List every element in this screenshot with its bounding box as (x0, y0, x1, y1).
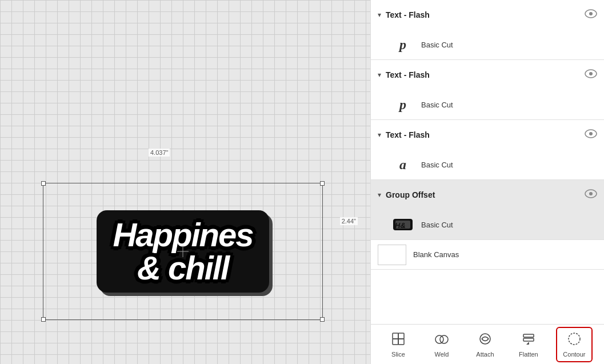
svg-point-7 (589, 132, 593, 135)
canvas-area: 4.037" 2.44" Happines& chill (0, 0, 370, 364)
layer-title-2: Text - Flash (386, 70, 585, 79)
child-label-1: Basic Cut (421, 41, 453, 49)
eye-icon-3[interactable] (585, 129, 597, 141)
child-label-4: Basic Cut (421, 221, 453, 229)
eye-icon-2[interactable] (585, 69, 597, 81)
child-label-3: Basic Cut (421, 161, 453, 169)
svg-rect-20 (523, 334, 534, 337)
layer-child-3[interactable]: a Basic Cut (371, 150, 604, 179)
layer-title-1: Text - Flash (386, 10, 585, 19)
weld-label: Weld (435, 351, 449, 358)
eye-icon-4[interactable] (585, 189, 597, 201)
svg-point-5 (589, 72, 593, 75)
blank-canvas-label: Blank Canvas (413, 250, 459, 259)
svg-point-18 (440, 335, 448, 343)
svg-point-3 (589, 12, 593, 15)
attach-icon (478, 331, 493, 350)
layer-child-1[interactable]: p Basic Cut (371, 30, 604, 59)
artwork-text: Happines& chill (113, 218, 253, 285)
height-dimension: 2.44" (340, 217, 358, 225)
contour-button[interactable]: Contour (556, 327, 592, 362)
layer-title-3: Text - Flash (386, 130, 585, 139)
attach-button[interactable]: Attach (469, 328, 501, 361)
contour-icon (567, 331, 582, 350)
eye-icon-1[interactable] (585, 9, 597, 21)
layer-title-4: Group Offset (386, 190, 585, 199)
bottom-toolbar: Slice Weld Attach (371, 324, 604, 364)
svg-point-19 (480, 334, 490, 344)
chevron-icon-1: ▾ (378, 11, 381, 19)
svg-point-23 (569, 333, 580, 345)
svg-rect-21 (523, 338, 534, 341)
svg-text:H&: H& (395, 221, 406, 230)
thumb-3: a (391, 154, 414, 175)
thumb-4: H& (391, 214, 414, 235)
svg-rect-13 (393, 333, 398, 339)
layer-header-3[interactable]: ▾ Text - Flash (371, 120, 604, 150)
svg-point-17 (435, 335, 443, 343)
contour-label: Contour (563, 351, 585, 358)
flatten-label: Flatten (519, 351, 538, 358)
chevron-icon-4: ▾ (378, 191, 381, 199)
layers-list: ▾ Text - Flash p Basic Cut ▾ Text - Flas… (371, 0, 604, 324)
flatten-icon (521, 331, 536, 350)
layer-child-4[interactable]: H& Basic Cut (371, 210, 604, 239)
layer-child-2[interactable]: p Basic Cut (371, 90, 604, 119)
blank-canvas-thumb (378, 245, 406, 265)
svg-rect-14 (398, 333, 404, 339)
layer-header-4[interactable]: ▾ Group Offset (371, 180, 604, 210)
artwork: Happines& chill (49, 189, 317, 314)
layer-group-4: ▾ Group Offset H& Basic Cu (371, 180, 604, 240)
artwork-inner: Happines& chill (97, 210, 269, 293)
slice-icon (391, 331, 406, 350)
child-label-2: Basic Cut (421, 101, 453, 109)
layer-group-3: ▾ Text - Flash a Basic Cut (371, 120, 604, 180)
width-dimension: 4.037" (149, 149, 170, 157)
thumb-1: p (391, 34, 414, 55)
thumb-2: p (391, 94, 414, 115)
chevron-icon-3: ▾ (378, 131, 381, 139)
svg-rect-15 (393, 339, 398, 345)
weld-button[interactable]: Weld (426, 328, 457, 361)
flatten-button[interactable]: Flatten (513, 328, 544, 361)
layer-group-2: ▾ Text - Flash p Basic Cut (371, 60, 604, 120)
svg-rect-16 (398, 339, 404, 345)
layer-header-2[interactable]: ▾ Text - Flash (371, 60, 604, 90)
right-panel: ▾ Text - Flash p Basic Cut ▾ Text - Flas… (370, 0, 604, 364)
attach-label: Attach (476, 351, 494, 358)
blank-canvas-row[interactable]: Blank Canvas (371, 240, 604, 270)
chevron-icon-2: ▾ (378, 71, 381, 79)
slice-label: Slice (391, 351, 405, 358)
slice-button[interactable]: Slice (382, 328, 414, 361)
svg-point-9 (589, 192, 593, 195)
layer-group-1: ▾ Text - Flash p Basic Cut (371, 0, 604, 60)
layer-header-1[interactable]: ▾ Text - Flash (371, 0, 604, 30)
weld-icon (434, 331, 449, 350)
